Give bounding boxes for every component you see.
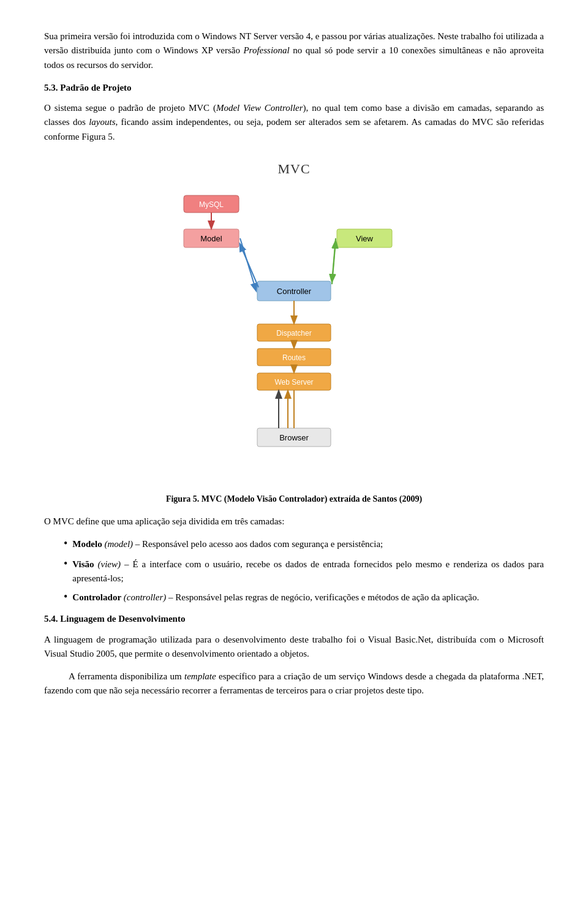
linguagem-p2-italic: template bbox=[184, 671, 216, 681]
section-54-heading: 5.4. Linguagem de Desenvolvimento bbox=[44, 612, 544, 626]
bullet-3-italic: (controller) bbox=[121, 592, 166, 602]
mvc-define-paragraph: O MVC define que uma aplicação seja divi… bbox=[44, 515, 544, 529]
svg-text:Browser: Browser bbox=[279, 433, 309, 442]
mvc-intro-paragraph: O sistema segue o padrão de projeto MVC … bbox=[44, 101, 544, 144]
bullet-list: • Modelo (model) – Responsável pelo aces… bbox=[64, 537, 544, 606]
bullet-2-text: Visão (view) – É a interface com o usuár… bbox=[72, 557, 544, 586]
bullet-dot-2: • bbox=[64, 556, 67, 573]
mvc-diagram-container: MVC MySQL Model View Controller Dispatch… bbox=[165, 159, 423, 488]
bullet-1-italic: (model) bbox=[102, 539, 133, 549]
intro-professional: Professional bbox=[243, 45, 289, 55]
bullet-item-visao: • Visão (view) – É a interface com o usu… bbox=[64, 557, 544, 586]
bullet-3-bold: Controlador bbox=[72, 592, 121, 602]
bullet-1-text: Modelo (model) – Responsável pelo acesso… bbox=[72, 537, 383, 551]
bullet-dot-3: • bbox=[64, 589, 67, 606]
svg-text:View: View bbox=[356, 234, 374, 243]
svg-text:Routes: Routes bbox=[282, 353, 306, 362]
svg-line-18 bbox=[240, 244, 258, 287]
linguagem-p2-start: A ferramenta disponibiliza um bbox=[69, 671, 184, 681]
bullet-1-cont: – Responsável pelo acesso aos dados com … bbox=[133, 539, 383, 549]
svg-line-20 bbox=[332, 241, 336, 284]
mvc-layouts: layouts bbox=[89, 117, 115, 127]
linguagem-paragraph-2: A ferramenta disponibiliza um template e… bbox=[44, 670, 544, 698]
svg-text:MySQL: MySQL bbox=[199, 200, 224, 209]
bullet-dot-1: • bbox=[64, 535, 67, 553]
svg-text:Controller: Controller bbox=[277, 287, 312, 296]
mvc-text-end: , ficando assim independentes, ou seja, … bbox=[44, 117, 544, 141]
mvc-model-view: Model View Controller bbox=[216, 103, 303, 113]
mvc-diagram-title: MVC bbox=[277, 159, 310, 179]
bullet-1-bold: Modelo bbox=[72, 539, 102, 549]
svg-text:Dispatcher: Dispatcher bbox=[276, 329, 311, 338]
bullet-3-text: Controlador (controller) – Responsável p… bbox=[72, 590, 479, 605]
mvc-diagram-svg: MySQL Model View Controller Dispatcher R… bbox=[165, 189, 423, 488]
bullet-item-modelo: • Modelo (model) – Responsável pelo aces… bbox=[64, 537, 544, 553]
bullet-2-bold: Visão bbox=[72, 559, 94, 569]
figura-caption: Figura 5. MVC (Modelo Visão Controlador)… bbox=[44, 492, 544, 506]
section-53-heading: 5.3. Padrão de Projeto bbox=[44, 81, 544, 95]
svg-text:Model: Model bbox=[200, 234, 222, 243]
bullet-2-cont: – É a interface com o usuário, recebe os… bbox=[72, 559, 544, 583]
figura-caption-text: Figura 5. MVC (Modelo Visão Controlador)… bbox=[166, 494, 422, 504]
intro-paragraph: Sua primeira versão foi introduzida com … bbox=[44, 29, 544, 72]
linguagem-paragraph-1: A linguagem de programação utilizada par… bbox=[44, 633, 544, 662]
mvc-text-start: O sistema segue o padrão de projeto MVC … bbox=[44, 103, 216, 113]
bullet-3-cont: – Responsável pelas regras de negócio, v… bbox=[166, 592, 479, 602]
bullet-item-controlador: • Controlador (controller) – Responsável… bbox=[64, 590, 544, 606]
svg-text:Web Server: Web Server bbox=[274, 378, 313, 387]
bullet-2-italic: (view) bbox=[94, 559, 121, 569]
